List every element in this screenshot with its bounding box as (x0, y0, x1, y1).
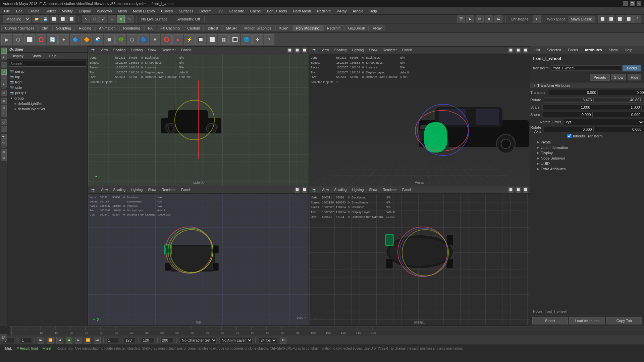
vp-menu-renderer-bl[interactable]: Renderer (160, 188, 177, 192)
ws-btn-1[interactable]: ⬜ (598, 15, 606, 23)
tree-item-persp[interactable]: 📷 persp (7, 69, 88, 74)
shelf-tab-curves[interactable]: Curves / Surfaces (1, 25, 38, 31)
vp-btn-tr-3[interactable]: ⬜ (523, 48, 528, 53)
vp-btn-tl-3[interactable]: ⬜ (302, 48, 307, 53)
vp-menu-shading-br[interactable]: Shading (333, 188, 348, 192)
rp-load-attributes-btn[interactable]: Load Attributes (569, 317, 605, 324)
shelf-tab-rendering[interactable]: Rendering (119, 25, 144, 31)
vp-menu-view-bl[interactable]: View (99, 188, 110, 192)
toolbar-btn-5[interactable]: ⬜ (67, 15, 75, 23)
menu-create[interactable]: Create (26, 8, 42, 14)
rotate-mode-btn[interactable]: ↻ (1, 69, 7, 75)
vp-menu-renderer-tl[interactable]: Renderer (160, 48, 177, 52)
vp-menu-shading-bl[interactable]: Shading (112, 188, 127, 192)
rp-rotate-axis-y[interactable] (593, 127, 643, 132)
vp-btn-tr-2[interactable]: ⬜ (516, 48, 521, 53)
shelf-tab-xtrn[interactable]: xtrn (38, 25, 52, 31)
vp-cam-icon-tr[interactable]: 📷 (311, 48, 318, 52)
vp-btn-tl-2[interactable]: ⬜ (294, 48, 300, 53)
shelf-icon-11[interactable]: 🌿 (115, 34, 126, 45)
shelf-tab-bifrost[interactable]: Bifrost (204, 25, 222, 31)
shelf-icon-13[interactable]: 🔵 (138, 34, 149, 45)
shelf-tab-sculpting[interactable]: Sculpting (52, 25, 75, 31)
menu-surfaces[interactable]: Surfaces (176, 8, 196, 14)
vp-menu-show-tl[interactable]: Show (146, 48, 158, 52)
fps-options-btn[interactable]: ⚙ (280, 337, 286, 344)
ws-btn-3[interactable]: ⬜ (616, 15, 624, 23)
translate-btn[interactable]: ↔ (108, 15, 116, 23)
paint-mode-btn[interactable]: 🖌 (1, 54, 7, 60)
menu-file[interactable]: File (1, 8, 13, 14)
tree-item-front[interactable]: 📷 front (7, 79, 88, 85)
shelf-icon-1[interactable]: ▶ (1, 34, 12, 45)
rp-rotate-y[interactable] (593, 97, 643, 103)
vp-content-top-left[interactable]: Verts:560311540980Backfaces:N/A Edges:16… (88, 54, 309, 186)
rp-section-pivots[interactable]: ▶ Pivots (530, 139, 644, 145)
universal-mode-btn[interactable]: ✦ (1, 81, 7, 87)
frame-num-input[interactable] (106, 338, 118, 343)
viewport-top-left[interactable]: 📷 View Shading Lighting Show Renderer Pa… (88, 46, 309, 186)
rp-tab-list[interactable]: List (532, 47, 542, 53)
menu-hardmesh[interactable]: Hard Mesh (290, 8, 314, 14)
shelf-tab-polymodeiling[interactable]: Poly Modeling (292, 25, 323, 31)
timeline-end-input[interactable] (124, 338, 136, 343)
shelf-tab-custom[interactable]: Custom (184, 25, 204, 31)
render-btn[interactable]: 🎬 (457, 15, 465, 23)
shelf-tab-gozbrush[interactable]: GoZBrush (344, 25, 369, 31)
ws-btn-2[interactable]: ⬜ (607, 15, 615, 23)
rp-copy-tab-btn[interactable]: Copy Tab (606, 317, 642, 324)
shelf-icon-6[interactable]: ✦ (58, 34, 69, 45)
menu-arnold[interactable]: Arnold (350, 8, 366, 14)
out-end-input[interactable] (160, 338, 174, 343)
jump-start-btn[interactable]: ⏮ (38, 337, 44, 344)
workspace-value-btn[interactable]: Maya Classic (569, 16, 595, 22)
shelf-icon-4[interactable]: ⭕ (36, 34, 46, 45)
shelf-icon-22[interactable]: 🌐 (241, 34, 252, 45)
shelf-icon-14[interactable]: ▼ (150, 34, 160, 45)
scale-btn[interactable]: ⤡ (125, 15, 133, 23)
step-back-btn[interactable]: ⏪ (47, 337, 54, 344)
shelf-icon-8[interactable]: 🔶 (81, 34, 92, 45)
vp-btn-tl-1[interactable]: ⬜ (287, 48, 292, 53)
merge-btn[interactable]: ⊟ (1, 105, 7, 111)
frame-current-input[interactable] (20, 338, 32, 343)
tree-item-group[interactable]: ▼ group (7, 96, 88, 101)
vp-menu-shading-tr[interactable]: Shading (333, 48, 348, 52)
outliner-search-input[interactable] (9, 61, 86, 67)
menu-mesh[interactable]: Mesh (115, 8, 129, 14)
vp-btn-tr-1[interactable]: ⬜ (508, 48, 514, 53)
viewport-top-right[interactable]: 📷 View Shading Lighting Show Renderer Pa… (309, 46, 530, 186)
minimize-button[interactable]: — (623, 1, 628, 6)
tree-item-top[interactable]: 📷 top (7, 74, 88, 79)
select-tool-btn[interactable]: ↖ (82, 15, 90, 23)
shelf-icon-help[interactable]: ? (264, 34, 274, 45)
vp-btn-br-3[interactable]: ⬜ (523, 187, 528, 193)
pause-btn[interactable]: ⏸ (485, 15, 493, 23)
vp-menu-panels-tr[interactable]: Panels (400, 48, 414, 52)
rp-shear-y[interactable] (592, 112, 642, 117)
shelf-icon-5[interactable]: 🔄 (47, 34, 58, 45)
vp-menu-lighting-tl[interactable]: Lighting (129, 48, 144, 52)
shelf-tab-motiongraphics[interactable]: Motion Graphics (240, 25, 275, 31)
viewport-bottom-right[interactable]: 📷 View Shading Lighting Show Renderer Pa… (309, 186, 530, 326)
shelf-icon-20[interactable]: ▦ (218, 34, 229, 45)
range-end-input[interactable] (141, 338, 155, 343)
outliner-menu-display[interactable]: Display (9, 53, 26, 59)
vp-btn-br-2[interactable]: ⬜ (516, 187, 521, 193)
close-button[interactable]: ✕ (637, 1, 641, 6)
shelf-tab-fx[interactable]: FX (144, 25, 156, 31)
rp-hide-btn[interactable]: Hide (628, 74, 641, 80)
rp-inherits-transform-check[interactable] (567, 134, 572, 138)
tree-item-persp1[interactable]: 📷 persp1 (7, 90, 88, 96)
vp-btn-bl-2[interactable]: ⬜ (302, 187, 307, 193)
ws-btn-5[interactable]: ? (633, 15, 641, 23)
grid-btn[interactable]: ⊞ (1, 149, 7, 155)
rp-tab-attributes[interactable]: Attributes (583, 47, 604, 53)
shelf-tab-rigging[interactable]: Rigging (75, 25, 95, 31)
rp-rotate-axis-x[interactable] (544, 127, 593, 132)
shelf-icon-15[interactable]: ⭕ (161, 34, 172, 45)
user-dropdown-btn[interactable]: ▾ (533, 15, 541, 23)
vp-btn-bl-1[interactable]: ⬜ (294, 187, 300, 193)
vp-menu-show-br[interactable]: Show (367, 188, 379, 192)
rp-transform-input[interactable] (551, 65, 622, 71)
